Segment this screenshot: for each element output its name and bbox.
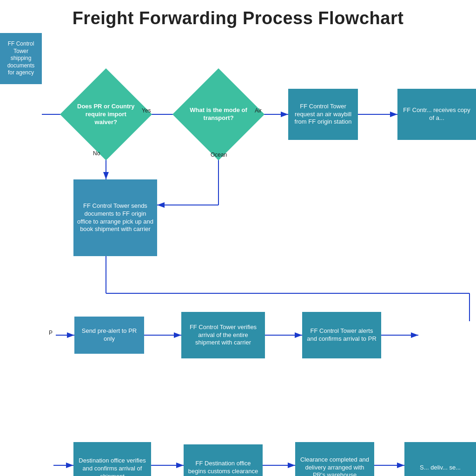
- diamond-import-waiver: Does PR or Country require import waiver…: [60, 68, 152, 160]
- box-ff-dest: FF Destination office begins customs cle…: [184, 444, 263, 476]
- box-delivery: S... deliv... se...: [404, 442, 476, 476]
- label-ocean: Ocean: [211, 152, 227, 158]
- box-pre-alert: Send pre-alert to PR only: [74, 317, 144, 354]
- label-no: No: [93, 150, 100, 157]
- label-yes: Yes: [142, 107, 151, 114]
- label-air: Air: [255, 107, 262, 114]
- box-ct-alerts: FF Control Tower alerts and confirms arr…: [302, 312, 381, 358]
- box-dest-verifies: Destination office verifies and confirms…: [73, 442, 151, 476]
- box-ct-waybill: FF Control Tower request an air waybill …: [288, 89, 358, 140]
- box-ct-verifies: FF Control Tower verifies arrival of the…: [181, 312, 265, 358]
- box-ct-left: FF Control Tower shipping documents for …: [0, 33, 42, 84]
- flowchart-area: FF Control Tower shipping documents for …: [0, 33, 476, 475]
- box-ct-sends: FF Control Tower sends documents to FF o…: [73, 179, 157, 256]
- box-clearance: Clearance completed and delivery arrange…: [295, 442, 374, 476]
- label-p: P: [49, 330, 53, 336]
- page-title: Freight Forwarding Process Flowchart: [0, 0, 476, 33]
- diamond-mode-transport: What is the mode of transport?: [172, 68, 264, 160]
- box-ct-copy: FF Contr... receives copy of a...: [397, 89, 476, 140]
